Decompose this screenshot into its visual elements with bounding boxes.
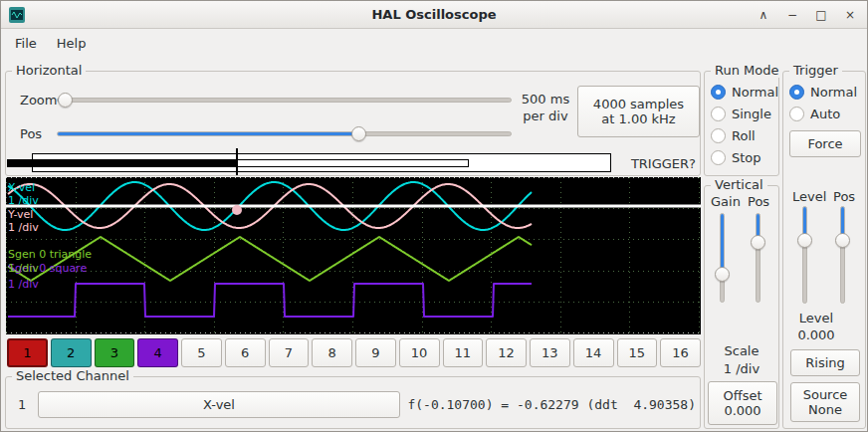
- trigger-level-readout-value: 0.000: [783, 327, 849, 342]
- vertical-gain-slider-handle[interactable]: [715, 267, 730, 282]
- time-per-div: 500 ms per div: [516, 91, 575, 124]
- source-button[interactable]: Source None: [790, 382, 860, 422]
- scope-label-1-div: 1 /div: [8, 278, 39, 291]
- radio-icon[interactable]: [711, 128, 726, 143]
- channel-button-3[interactable]: 3: [95, 338, 135, 367]
- radio-single[interactable]: Single: [711, 106, 771, 121]
- channel-button-11[interactable]: 11: [443, 338, 484, 367]
- pos-label: Pos: [20, 126, 42, 141]
- radio-label: Normal: [732, 85, 778, 100]
- channel-button-2[interactable]: 2: [51, 338, 92, 367]
- zoom-slider-handle[interactable]: [58, 93, 73, 108]
- app-window: HAL Oscilloscope ∧ − □ × File Help Horiz…: [0, 0, 868, 432]
- trigger-level-readout-label: Level: [783, 311, 849, 325]
- vertical-title: Vertical: [711, 177, 767, 192]
- record-progress-bar: [7, 159, 238, 167]
- run-mode-panel: Run Mode NormalSingleRollStop: [704, 71, 779, 176]
- radio-label: Single: [732, 107, 771, 121]
- shade-icon[interactable]: ∧: [757, 8, 770, 22]
- trigger-level-label: Level: [792, 189, 826, 204]
- radio-label: Normal: [810, 85, 857, 100]
- trigger-level-slider-handle[interactable]: [797, 233, 812, 248]
- radio-selected-icon[interactable]: [711, 85, 726, 100]
- channel-button-15[interactable]: 15: [617, 338, 658, 367]
- scope-label-y-vel: Y-vel: [8, 208, 33, 221]
- vertical-panel: Vertical Gain Pos Scale 1 /div Offset 0.…: [704, 185, 779, 429]
- app-icon: [9, 7, 25, 23]
- title-bar: HAL Oscilloscope ∧ − □ ×: [1, 1, 867, 29]
- trigger-panel: Trigger NormalAuto Force Level Pos Level…: [782, 71, 866, 429]
- channel-button-4[interactable]: 4: [137, 338, 178, 367]
- channel-button-14[interactable]: 14: [573, 338, 614, 367]
- selected-channel-title: Selected Channel: [12, 368, 133, 383]
- vertical-scale-value: 1 /div: [705, 361, 778, 376]
- radio-label: Stop: [732, 150, 761, 165]
- horizontal-panel: Horizontal Zoom 500 ms per div 4000 samp…: [5, 71, 701, 176]
- radio-selected-icon[interactable]: [789, 85, 804, 100]
- menu-bar: File Help: [1, 29, 867, 57]
- menu-file[interactable]: File: [5, 32, 47, 55]
- scope-label-1-div: 1 /div: [8, 262, 39, 275]
- force-button[interactable]: Force: [789, 130, 861, 157]
- channel-button-6[interactable]: 6: [225, 338, 266, 367]
- channel-button-1[interactable]: 1: [7, 338, 48, 367]
- scope-label-x-vel: X-vel: [8, 181, 35, 194]
- trigger-pos-label: Pos: [833, 189, 855, 204]
- offset-button[interactable]: Offset 0.000: [708, 381, 777, 425]
- trigger-status: TRIGGER?: [631, 156, 696, 171]
- run-mode-title: Run Mode: [711, 63, 782, 78]
- radio-normal[interactable]: Normal: [711, 84, 778, 100]
- trigger-level-slider[interactable]: [802, 206, 807, 304]
- radio-icon[interactable]: [711, 107, 726, 121]
- scope-display[interactable]: X-vel1 /divY-vel1 /divSgen 0 triangleSge…: [6, 177, 701, 334]
- channel-button-16[interactable]: 16: [660, 338, 701, 367]
- vertical-pos-slider-handle[interactable]: [751, 235, 765, 250]
- radio-icon[interactable]: [789, 107, 804, 121]
- scope-label-sgen-0-triangle: Sgen 0 triangle: [8, 248, 92, 261]
- radio-auto[interactable]: Auto: [789, 106, 840, 121]
- selected-channel-number: 1: [18, 397, 26, 412]
- maximize-icon[interactable]: □: [814, 8, 828, 22]
- channel-button-10[interactable]: 10: [399, 338, 440, 367]
- channel-button-8[interactable]: 8: [312, 338, 352, 367]
- channel-button-5[interactable]: 5: [181, 338, 222, 367]
- vertical-gain-slider[interactable]: [720, 213, 725, 303]
- trigger-pos-slider-handle[interactable]: [835, 233, 850, 248]
- zoom-slider[interactable]: [57, 98, 512, 103]
- scope-traces-svg: [6, 177, 701, 334]
- horizontal-pos-slider-handle[interactable]: [351, 126, 366, 141]
- channel-readout: f(-0.10700) = -0.62279 (ddt 4.90358): [407, 397, 696, 412]
- selected-channel-panel: Selected Channel 1 X-vel f(-0.10700) = -…: [5, 376, 701, 429]
- radio-normal[interactable]: Normal: [789, 84, 857, 100]
- edge-button[interactable]: Rising: [790, 349, 860, 376]
- vertical-pos-slider[interactable]: [756, 213, 760, 303]
- trigger-pos-slider[interactable]: [840, 206, 845, 304]
- minimize-icon[interactable]: −: [785, 8, 799, 22]
- horizontal-pos-slider[interactable]: [57, 131, 512, 136]
- channel-button-9[interactable]: 9: [355, 338, 396, 367]
- zoom-label: Zoom: [20, 93, 57, 108]
- channel-button-12[interactable]: 12: [486, 338, 527, 367]
- channel-button-7[interactable]: 7: [269, 338, 310, 367]
- trigger-title: Trigger: [789, 63, 842, 78]
- radio-label: Auto: [810, 107, 840, 121]
- menu-help[interactable]: Help: [47, 32, 97, 55]
- trace-sgen-0-square: [8, 284, 532, 317]
- channel-name-button[interactable]: X-vel: [38, 391, 400, 418]
- vertical-pos-label: Pos: [748, 194, 769, 209]
- trigger-marker: [232, 205, 242, 215]
- radio-stop[interactable]: Stop: [711, 149, 761, 165]
- scope-label-1-div: 1 /div: [8, 221, 39, 234]
- close-icon[interactable]: ×: [843, 8, 857, 22]
- horizontal-panel-title: Horizontal: [12, 63, 86, 78]
- vertical-gain-label: Gain: [711, 194, 741, 209]
- samples-button[interactable]: 4000 samples at 1.00 kHz: [577, 86, 700, 137]
- channel-button-row: 12345678910111213141516: [7, 338, 701, 367]
- radio-roll[interactable]: Roll: [711, 127, 756, 143]
- radio-label: Roll: [732, 128, 756, 143]
- radio-icon[interactable]: [711, 150, 726, 165]
- window-controls: ∧ − □ ×: [757, 8, 857, 22]
- vertical-scale-label: Scale: [705, 343, 778, 358]
- trigger-position-line: [236, 148, 238, 175]
- channel-button-13[interactable]: 13: [530, 338, 570, 367]
